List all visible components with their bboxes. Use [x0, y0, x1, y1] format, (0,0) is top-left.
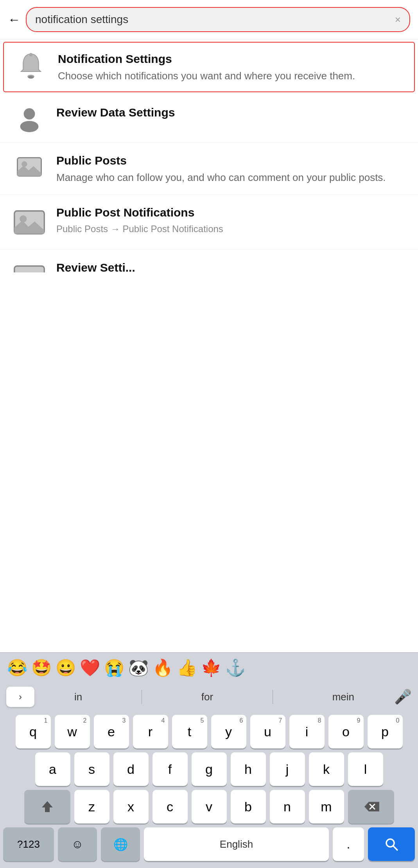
partial-icon [12, 260, 47, 273]
public-post-notif-icon [12, 205, 47, 240]
key-e[interactable]: 3e [94, 715, 129, 748]
mic-button[interactable]: 🎤 [394, 689, 412, 705]
key-space[interactable]: English [144, 827, 329, 861]
key-g[interactable]: g [192, 752, 227, 786]
result-public-post-notifications[interactable]: Public Post Notifications Public Posts →… [0, 195, 418, 250]
key-p[interactable]: 0p [368, 715, 403, 748]
key-z[interactable]: z [74, 790, 109, 823]
key-search[interactable] [368, 827, 415, 861]
key-i[interactable]: 8i [289, 715, 325, 748]
suggestion-for[interactable]: for [194, 688, 221, 706]
key-123[interactable]: ?123 [3, 827, 54, 861]
result-text-notification-settings: Notification Settings Choose which notif… [58, 51, 405, 83]
key-v[interactable]: v [192, 790, 227, 823]
emoji-panda[interactable]: 🐼 [128, 658, 149, 677]
person-icon [12, 105, 47, 133]
search-input[interactable] [35, 13, 391, 26]
result-public-posts[interactable]: Public Posts Manage who can follow you, … [0, 143, 418, 194]
emoji-anchor[interactable]: ⚓ [225, 658, 246, 677]
key-m[interactable]: m [309, 790, 344, 823]
result-notification-settings[interactable]: Notification Settings Choose which notif… [3, 42, 415, 92]
key-a[interactable]: a [35, 752, 70, 786]
clear-button[interactable]: × [395, 14, 401, 26]
key-row-2: a s d f g h j k l [3, 752, 415, 786]
emoji-laughing[interactable]: 😂 [7, 658, 27, 677]
chevron-right-icon: › [19, 691, 22, 702]
emoji-grin[interactable]: 😀 [56, 658, 76, 677]
key-o[interactable]: 9o [328, 715, 364, 748]
emoji-cry[interactable]: 😭 [104, 658, 124, 677]
key-r[interactable]: 4r [133, 715, 168, 748]
result-text-review-data: Review Data Settings [56, 105, 406, 120]
key-row-bottom: ?123 ☺ 🌐 English . [3, 827, 415, 861]
key-t[interactable]: 5t [172, 715, 207, 748]
key-l[interactable]: l [348, 752, 383, 786]
emoji-heart[interactable]: ❤️ [80, 658, 100, 677]
key-j[interactable]: j [270, 752, 305, 786]
key-num-r: 4 [161, 717, 165, 724]
svg-point-4 [20, 121, 39, 132]
key-w[interactable]: 2w [55, 715, 90, 748]
suggestion-mein[interactable]: mein [325, 688, 362, 706]
suggestions-row: › in for mein 🎤 [0, 683, 418, 711]
key-num-p: 0 [396, 717, 400, 724]
result-partial[interactable]: Review Setti... [0, 250, 418, 273]
key-n[interactable]: n [270, 790, 305, 823]
key-b[interactable]: b [231, 790, 266, 823]
key-num-y: 6 [240, 717, 243, 724]
key-123-label: ?123 [17, 838, 40, 850]
result-desc-notification-settings: Choose which notifications you want and … [58, 69, 405, 83]
picture-icon [12, 153, 47, 181]
result-title-public-post-notif: Public Post Notifications [56, 205, 406, 220]
emoji-thumbsup[interactable]: 👍 [177, 658, 197, 677]
keyboard-spacer [0, 273, 418, 515]
search-icon [384, 836, 399, 852]
key-u[interactable]: 7u [250, 715, 285, 748]
emoji-fire[interactable]: 🔥 [152, 658, 173, 677]
svg-point-9 [20, 215, 27, 222]
result-review-data-settings[interactable]: Review Data Settings [0, 95, 418, 143]
key-num-o: 9 [357, 717, 361, 724]
emoji-strip: 😂 🤩 😀 ❤️ 😭 🐼 🔥 👍 🍁 ⚓ [0, 652, 418, 683]
result-text-public-posts: Public Posts Manage who can follow you, … [56, 153, 406, 184]
svg-rect-10 [14, 266, 45, 273]
suggestion-divider-2 [273, 690, 273, 704]
period-label: . [347, 837, 350, 852]
key-k[interactable]: k [309, 752, 344, 786]
key-y[interactable]: 6y [211, 715, 246, 748]
suggestion-divider-1 [142, 690, 142, 704]
emoji-icon: ☺ [72, 838, 84, 851]
key-x[interactable]: x [113, 790, 149, 823]
key-emoji[interactable]: ☺ [58, 827, 97, 861]
result-text-public-post-notif: Public Post Notifications Public Posts →… [56, 205, 406, 236]
key-c[interactable]: c [152, 790, 188, 823]
svg-point-1 [29, 53, 33, 57]
key-row-3: z x c v b n m [3, 790, 415, 823]
svg-point-3 [24, 108, 35, 120]
globe-icon: 🌐 [113, 838, 128, 851]
header: ← × [0, 0, 418, 39]
key-f[interactable]: f [152, 752, 188, 786]
key-d[interactable]: d [113, 752, 149, 786]
key-backspace[interactable] [348, 790, 394, 823]
key-s[interactable]: s [74, 752, 109, 786]
emoji-kissy[interactable]: 🤩 [31, 658, 52, 677]
emoji-leaf[interactable]: 🍁 [201, 658, 221, 677]
key-h[interactable]: h [231, 752, 266, 786]
svg-line-14 [393, 846, 397, 850]
key-num-u: 7 [279, 717, 282, 724]
keyboard: 😂 🤩 😀 ❤️ 😭 🐼 🔥 👍 🍁 ⚓ › in for mein 🎤 1q … [0, 652, 418, 868]
key-num-w: 2 [83, 717, 87, 724]
key-num-e: 3 [122, 717, 126, 724]
key-period[interactable]: . [333, 827, 364, 861]
chevron-button[interactable]: › [6, 687, 34, 707]
key-globe[interactable]: 🌐 [101, 827, 140, 861]
bell-icon [13, 51, 48, 79]
suggestion-in[interactable]: in [66, 688, 90, 706]
back-button[interactable]: ← [8, 13, 20, 26]
key-num-t: 5 [201, 717, 204, 724]
key-q[interactable]: 1q [16, 715, 51, 748]
key-rows: 1q 2w 3e 4r 5t 6y 7u 8i 9o 0p a s d f g … [0, 711, 418, 868]
key-shift[interactable] [24, 790, 70, 823]
space-label: English [220, 838, 253, 850]
